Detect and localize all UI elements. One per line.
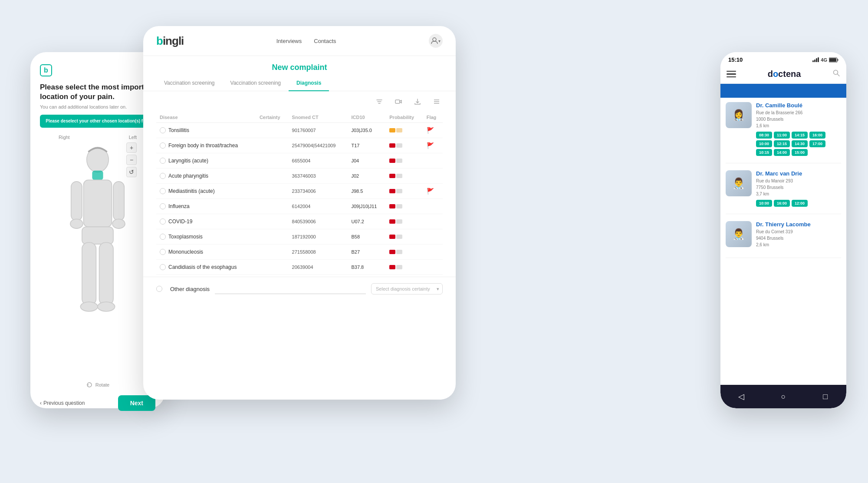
doctor-address: Rue du Manoir 293 7750 Brussels 3,7 km [756,178,841,197]
doctor-name: Dr. Thierry Lacombe [756,221,841,228]
doctor-info: Dr. Marc van DrieRue du Manoir 293 7750 … [756,170,841,207]
time-slot[interactable]: 10:00 [756,200,772,207]
table-row[interactable]: Toxoplasmosis187192000B58🚩 [156,229,443,245]
filter-button[interactable] [373,96,385,108]
svg-rect-8 [82,243,96,305]
table-row[interactable]: Foreign body in throat/trachea25479004|5… [156,138,443,153]
video-button[interactable] [392,96,404,108]
prob-bar [396,219,402,224]
disease-radio[interactable] [160,234,166,240]
network-label: 4G [821,57,827,63]
icd10-cell: J98.5 [348,184,386,199]
disease-radio[interactable] [160,249,166,255]
flag-cell: 🚩 [423,199,443,214]
table-row[interactable]: Laryngitis (acute)6655004J04🚩 [156,153,443,169]
disease-name: Laryngitis (acute) [168,158,208,164]
svg-rect-3 [71,182,82,221]
disease-radio[interactable] [160,203,166,209]
disease-radio[interactable] [160,158,166,164]
time-slot[interactable]: 12:15 [774,140,790,147]
home-button[interactable]: ○ [777,390,790,403]
prev-button[interactable]: ‹ Previous question [40,400,85,406]
snomed-cell: 6655004 [289,153,348,169]
time-slot[interactable]: 14:15 [792,132,808,139]
certainty-cell [256,214,289,229]
flag-none-icon: 🚩 [427,264,434,271]
zoom-reset-button[interactable]: ↺ [126,167,137,177]
time-slot[interactable]: 16:00 [809,132,825,139]
time-display: 15:10 [728,56,743,63]
diagnosis-table: Disease Certainty Snomed CT ICD10 Probab… [156,112,443,275]
disease-cell: Toxoplasmosis [156,229,256,245]
disease-name: Tonsillitis [168,127,189,133]
doctor-photo-icon: 👨‍⚕️ [726,170,752,196]
nav-contacts[interactable]: Contacts [314,38,336,44]
time-slot[interactable]: 10:00 [756,140,772,147]
time-slot[interactable]: 10:15 [756,149,772,156]
prob-bar [389,189,395,193]
certainty-cell [256,153,289,169]
tab-diagnosis[interactable]: Diagnosis [289,76,329,91]
col-snomed: Snomed CT [289,112,348,123]
prob-bar [396,174,402,178]
table-row[interactable]: Candidiasis of the esophagus20639004B37.… [156,260,443,275]
back-button[interactable]: ◁ [735,390,748,403]
disease-radio[interactable] [160,264,166,270]
table-row[interactable]: Tonsillitis901760007J03|J35.0🚩 [156,123,443,138]
table-row[interactable]: COVID-19840539006U07.2🚩 [156,214,443,229]
icd10-cell: J03|J35.0 [348,123,386,138]
disease-radio[interactable] [160,173,166,179]
tab-vaccination-2[interactable]: Vaccination screening [223,76,289,91]
next-button[interactable]: Next [118,395,155,411]
disease-name: Mononucleosis [168,249,203,255]
tab-vaccination-1[interactable]: Vaccination screening [156,76,223,91]
prob-bar [396,265,402,269]
complaint-title: New complaint [143,56,456,72]
doctor-photo: 👨‍⚕️ [726,170,752,196]
flag-none-icon: 🚩 [427,157,434,164]
svg-point-12 [433,38,436,41]
time-slot[interactable]: 14:00 [774,149,790,156]
user-menu-button[interactable]: ▾ [429,34,443,48]
table-row[interactable]: Mediastinitis (acute)233734006J98.5🚩 [156,184,443,199]
disease-radio[interactable] [160,188,166,194]
time-slot[interactable]: 08:30 [756,132,772,139]
hamburger-menu-button[interactable] [727,71,736,78]
disease-name: Acute pharyngitis [168,173,208,179]
zoom-controls: + − ↺ [126,142,137,177]
time-slot[interactable]: 11:00 [774,132,790,139]
certainty-cell [256,199,289,214]
disease-radio[interactable] [160,127,166,133]
export-button[interactable] [411,96,424,108]
recents-button[interactable]: □ [819,390,832,403]
time-slot[interactable]: 12:00 [792,200,808,207]
certainty-select[interactable]: Select diagnosis certainty [371,283,443,294]
other-diagnosis-input[interactable] [215,284,366,294]
right-topbar: doctena [720,65,846,84]
certainty-cell [256,260,289,275]
flag-none-icon: 🚩 [427,248,434,255]
snomed-cell: 901760007 [289,123,348,138]
signal-bar-2 [814,60,815,62]
search-button[interactable] [832,69,840,79]
time-slot[interactable]: 16:00 [774,200,790,207]
other-diagnosis-radio[interactable] [156,286,162,292]
disease-cell: Acute pharyngitis [156,169,256,184]
table-row[interactable]: Mononucleosis271558008B27🚩 [156,245,443,260]
disease-radio[interactable] [160,142,166,149]
time-slot[interactable]: 14:30 [792,140,808,147]
time-slot[interactable]: 17:00 [809,140,825,147]
doctor-photo-icon: 👩‍⚕️ [726,102,752,128]
table-row[interactable]: Acute pharyngitis363746003J02🚩 [156,169,443,184]
zoom-in-button[interactable]: + [126,142,137,153]
flag-cell: 🚩 [423,138,443,153]
disease-radio[interactable] [160,218,166,225]
doctor-photo: 👨‍⚕️ [726,221,752,247]
table-row[interactable]: Influenza6142004J09|J10|J11🚩 [156,199,443,214]
settings-button[interactable] [431,96,443,108]
nav-interviews[interactable]: Interviews [276,38,302,44]
flag-cell: 🚩 [423,229,443,245]
zoom-out-button[interactable]: − [126,155,137,165]
time-slot[interactable]: 15:00 [792,149,808,156]
time-slots: 08:3011:0014:1516:0010:0012:1514:3017:00… [756,132,841,156]
